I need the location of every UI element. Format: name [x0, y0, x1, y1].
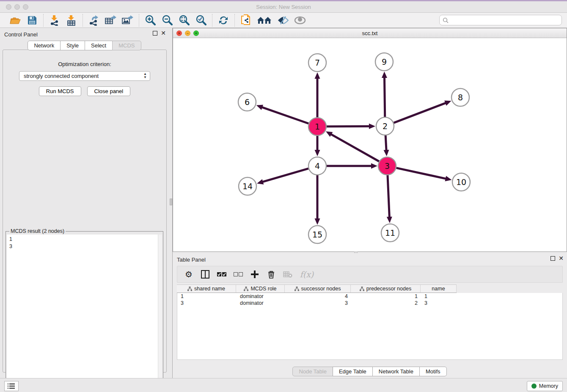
- table-cell[interactable]: 3: [285, 300, 351, 306]
- table-settings-button[interactable]: ⚙: [184, 270, 193, 279]
- clone-network-icon: [241, 14, 251, 26]
- network-graph[interactable]: 1234678910111415: [173, 38, 567, 251]
- float-table-panel-icon[interactable]: [550, 256, 555, 261]
- import-table-button[interactable]: [66, 14, 77, 26]
- clone-network-button[interactable]: [240, 14, 252, 26]
- search-input[interactable]: [449, 17, 559, 23]
- application-window: Session: New Session: [0, 0, 567, 392]
- tab-edge-table[interactable]: Edge Table: [333, 367, 373, 376]
- tab-select[interactable]: Select: [85, 41, 113, 50]
- column-header-MCDS-role[interactable]: MCDS role: [236, 285, 285, 293]
- run-mcds-button[interactable]: Run MCDS: [39, 86, 81, 96]
- zoom-selected-button[interactable]: [195, 14, 207, 26]
- mcds-panel: Optimization criterion: strongly connect…: [3, 50, 167, 373]
- delete-table-button[interactable]: [283, 270, 292, 279]
- svg-text:9: 9: [382, 57, 387, 66]
- select-all-columns-button[interactable]: [217, 270, 226, 279]
- graph-node-9[interactable]: 9: [375, 53, 393, 71]
- tab-node-table[interactable]: Node Table: [292, 367, 333, 376]
- save-session-button[interactable]: [26, 14, 38, 26]
- export-table-button[interactable]: [105, 14, 117, 26]
- graph-node-2[interactable]: 2: [376, 117, 394, 135]
- column-header-successor-nodes[interactable]: successor nodes: [285, 285, 351, 293]
- search-box[interactable]: [439, 15, 562, 25]
- arrowhead-2-3: [383, 150, 389, 156]
- graph-node-15[interactable]: 15: [308, 226, 326, 243]
- graph-node-7[interactable]: 7: [308, 54, 326, 72]
- edge-2-8[interactable]: [394, 103, 446, 123]
- table-cell[interactable]: dominator: [237, 293, 285, 300]
- column-layout-button[interactable]: [201, 270, 210, 279]
- close-panel-icon[interactable]: ✕: [161, 31, 166, 36]
- float-panel-icon[interactable]: [153, 31, 157, 36]
- tab-mcds[interactable]: MCDS: [112, 41, 141, 50]
- tab-style[interactable]: Style: [60, 41, 85, 50]
- show-details-button[interactable]: [294, 14, 306, 26]
- column-header-name[interactable]: name: [421, 285, 457, 293]
- edge-3-1[interactable]: [330, 134, 379, 162]
- table-cell[interactable]: 4: [285, 293, 351, 300]
- criterion-dropdown[interactable]: strongly connected component ▲▼: [19, 71, 150, 81]
- table-cell[interactable]: dominator: [237, 300, 285, 306]
- edge-4-14[interactable]: [262, 168, 308, 182]
- criterion-value: strongly connected component: [24, 73, 99, 79]
- open-session-button[interactable]: [9, 14, 21, 26]
- arrowhead-1-4: [315, 150, 320, 156]
- mcds-result-text[interactable]: 1 3: [7, 235, 158, 391]
- table-cell[interactable]: 1: [177, 293, 237, 300]
- edge-1-2[interactable]: [327, 126, 370, 127]
- edge-2-9[interactable]: [384, 77, 385, 117]
- tab-motifs[interactable]: Motifs: [419, 367, 447, 376]
- add-column-button[interactable]: [250, 270, 259, 279]
- mcds-result-scrollbar[interactable]: [158, 235, 162, 391]
- zoom-in-button[interactable]: [144, 14, 156, 26]
- task-history-button[interactable]: [4, 381, 19, 391]
- close-panel-button[interactable]: Close panel: [87, 86, 131, 96]
- status-bar: Memory: [0, 378, 567, 392]
- graph-node-14[interactable]: 14: [239, 177, 256, 195]
- arrowhead-1-6: [256, 105, 263, 110]
- import-network-button[interactable]: [49, 14, 61, 26]
- zoom-out-button[interactable]: [161, 14, 173, 26]
- tab-network[interactable]: Network: [28, 41, 61, 50]
- unselect-all-columns-button[interactable]: [234, 270, 243, 279]
- arrowhead-4-3: [371, 163, 377, 169]
- table-cell[interactable]: 2: [351, 300, 421, 306]
- table-cell[interactable]: 1: [421, 293, 457, 300]
- graph-node-10[interactable]: 10: [452, 173, 470, 191]
- edge-3-11[interactable]: [388, 175, 389, 218]
- tab-network-table[interactable]: Network Table: [372, 367, 420, 376]
- graph-node-1[interactable]: 1: [308, 118, 326, 135]
- column-header-predecessor-nodes[interactable]: predecessor nodes: [351, 285, 421, 293]
- graph-node-8[interactable]: 8: [451, 88, 469, 106]
- memory-button[interactable]: Memory: [527, 381, 563, 391]
- table-cell[interactable]: 3: [177, 300, 237, 306]
- table-row-0[interactable]: 1dominator411: [177, 293, 562, 300]
- network-canvas[interactable]: 1234678910111415: [173, 38, 567, 251]
- edge-3-10[interactable]: [396, 168, 446, 179]
- table-cell[interactable]: 3: [421, 300, 457, 306]
- mcds-result-title: MCDS result (2 nodes): [9, 228, 66, 234]
- graph-node-6[interactable]: 6: [238, 93, 256, 111]
- table-row-1[interactable]: 3dominator323: [177, 300, 562, 306]
- zoom-fit-button[interactable]: [178, 14, 190, 26]
- delete-column-button[interactable]: [267, 270, 276, 279]
- export-network-button[interactable]: [88, 14, 100, 26]
- export-image-button[interactable]: [122, 14, 134, 26]
- function-builder-button[interactable]: f(x): [300, 270, 314, 279]
- refresh-button[interactable]: [217, 14, 229, 26]
- table-cell[interactable]: 1: [351, 293, 421, 300]
- splitter-handle[interactable]: [170, 199, 172, 205]
- graph-node-3[interactable]: 3: [378, 157, 396, 175]
- close-table-panel-icon[interactable]: ✕: [559, 256, 564, 261]
- hide-details-button[interactable]: [277, 14, 289, 26]
- column-header-shared-name[interactable]: shared name: [177, 285, 236, 293]
- graph-node-11[interactable]: 11: [381, 224, 399, 242]
- zoom-out-icon: [162, 15, 173, 26]
- vertical-splitter[interactable]: [169, 28, 173, 378]
- graph-node-4[interactable]: 4: [308, 157, 326, 175]
- edge-1-6[interactable]: [261, 107, 308, 124]
- network-window-titlebar[interactable]: ✕ − + scc.txt: [173, 28, 567, 38]
- edge-2-3[interactable]: [385, 135, 386, 151]
- home-layout-button[interactable]: [257, 14, 272, 26]
